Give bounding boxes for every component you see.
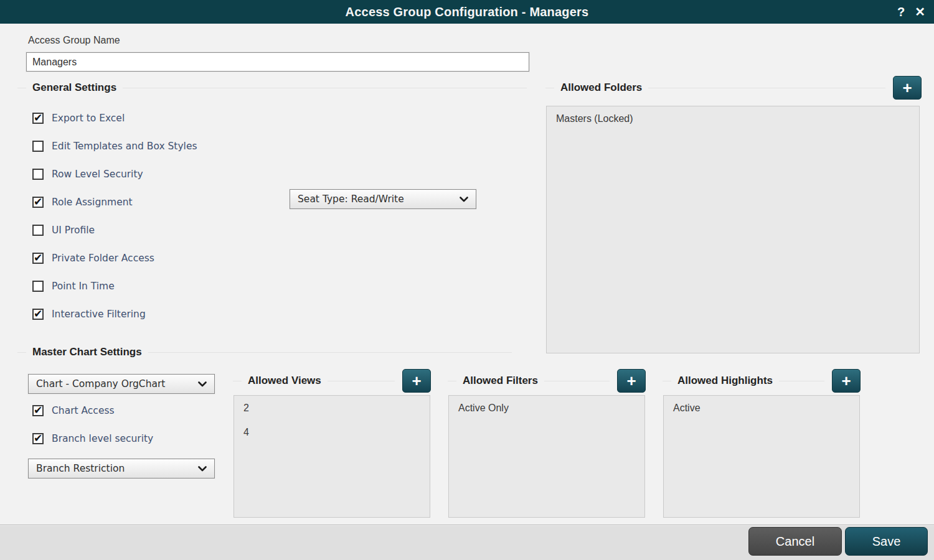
allowed-highlights-header: Allowed Highlights + bbox=[663, 369, 861, 393]
checkbox-chart-access[interactable]: ✔ Chart Access bbox=[32, 405, 115, 416]
checkbox-box[interactable]: ✔ bbox=[32, 309, 44, 320]
checkbox-box[interactable]: ✔ bbox=[32, 405, 44, 416]
save-button[interactable]: Save bbox=[845, 527, 928, 556]
checkbox-label: Row Level Security bbox=[52, 169, 143, 180]
checkbox-label: Interactive Filtering bbox=[52, 309, 146, 320]
header-line bbox=[17, 88, 26, 88]
checkbox-box[interactable]: ✔ bbox=[32, 169, 44, 180]
chevron-down-icon bbox=[198, 381, 207, 387]
add-filter-button[interactable]: + bbox=[617, 369, 646, 393]
branch-restriction-select[interactable]: Branch Restriction bbox=[28, 459, 215, 478]
check-icon: ✔ bbox=[34, 251, 42, 264]
select-value: Chart - Company OrgChart bbox=[36, 378, 193, 390]
dialog-title: Access Group Configuration - Managers bbox=[346, 5, 589, 19]
allowed-filters-list[interactable]: Active Only bbox=[448, 395, 645, 518]
header-line bbox=[17, 352, 26, 353]
check-icon: ✔ bbox=[34, 404, 42, 416]
header-line bbox=[233, 381, 242, 381]
checkbox-label: Point In Time bbox=[52, 281, 115, 292]
dialog-footer: Cancel Save bbox=[0, 525, 934, 560]
select-value: Branch Restriction bbox=[36, 463, 193, 474]
check-icon: ✔ bbox=[34, 432, 42, 444]
cancel-button[interactable]: Cancel bbox=[748, 527, 842, 556]
checkbox-interactive-filtering[interactable]: ✔ Interactive Filtering bbox=[32, 309, 146, 320]
master-chart-select[interactable]: Chart - Company OrgChart bbox=[28, 374, 215, 394]
add-highlight-button[interactable]: + bbox=[832, 369, 861, 393]
allowed-views-list[interactable]: 2 4 bbox=[234, 395, 430, 518]
checkbox-box[interactable]: ✔ bbox=[32, 433, 44, 444]
checkbox-export-to-excel[interactable]: ✔ Export to Excel bbox=[32, 113, 125, 124]
help-icon[interactable]: ? bbox=[897, 6, 905, 18]
general-settings-header: General Settings bbox=[17, 81, 527, 95]
checkbox-label: Chart Access bbox=[52, 405, 115, 416]
highlight-list-item[interactable]: Active bbox=[664, 396, 859, 420]
view-list-item[interactable]: 2 bbox=[234, 396, 430, 420]
checkbox-label: Private Folder Access bbox=[52, 253, 154, 264]
header-line bbox=[779, 381, 824, 381]
checkbox-private-folder-access[interactable]: ✔ Private Folder Access bbox=[32, 253, 154, 264]
close-icon[interactable]: ✕ bbox=[915, 6, 925, 18]
allowed-filters-header: Allowed Filters + bbox=[448, 369, 646, 393]
checkbox-ui-profile[interactable]: ✔ UI Profile bbox=[32, 225, 95, 236]
checkbox-point-in-time[interactable]: ✔ Point In Time bbox=[32, 281, 115, 292]
checkbox-label: Branch level security bbox=[52, 433, 153, 444]
select-value: Seat Type: Read/Write bbox=[298, 194, 455, 205]
check-icon: ✔ bbox=[34, 307, 42, 320]
header-line bbox=[148, 352, 512, 353]
header-line bbox=[545, 88, 554, 88]
checkbox-label: Export to Excel bbox=[52, 113, 125, 124]
dialog-titlebar: Access Group Configuration - Managers ? … bbox=[0, 0, 934, 24]
chevron-down-icon bbox=[460, 197, 468, 202]
checkbox-row-level-security[interactable]: ✔ Row Level Security bbox=[32, 169, 143, 180]
view-list-item[interactable]: 4 bbox=[234, 420, 430, 444]
checkbox-role-assignment[interactable]: ✔ Role Assignment bbox=[32, 197, 133, 208]
section-title: Allowed Views bbox=[248, 375, 321, 387]
filter-list-item[interactable]: Active Only bbox=[449, 396, 644, 420]
seat-type-select[interactable]: Seat Type: Read/Write bbox=[290, 189, 476, 209]
checkbox-edit-templates[interactable]: ✔ Edit Templates and Box Styles bbox=[32, 141, 197, 152]
checkbox-box[interactable]: ✔ bbox=[32, 281, 44, 292]
titlebar-actions: ? ✕ bbox=[897, 0, 925, 24]
checkbox-branch-level-security[interactable]: ✔ Branch level security bbox=[32, 433, 153, 444]
allowed-highlights-list[interactable]: Active bbox=[663, 395, 860, 518]
add-view-button[interactable]: + bbox=[402, 369, 431, 393]
chevron-down-icon bbox=[198, 466, 207, 472]
section-title: Master Chart Settings bbox=[32, 346, 142, 358]
checkbox-box[interactable]: ✔ bbox=[32, 253, 44, 264]
section-title: Allowed Folders bbox=[560, 82, 642, 94]
checkbox-label: Role Assignment bbox=[52, 197, 133, 208]
access-group-name-label: Access Group Name bbox=[28, 35, 120, 46]
checkbox-label: Edit Templates and Box Styles bbox=[52, 141, 197, 152]
add-folder-button[interactable]: + bbox=[893, 76, 922, 100]
header-line bbox=[663, 381, 671, 381]
allowed-folders-header: Allowed Folders + bbox=[545, 76, 922, 100]
checkbox-box[interactable]: ✔ bbox=[32, 225, 44, 236]
check-icon: ✔ bbox=[34, 195, 42, 208]
access-group-name-input[interactable] bbox=[26, 52, 529, 72]
header-line bbox=[123, 88, 527, 88]
folder-list-item[interactable]: Masters (Locked) bbox=[547, 106, 919, 131]
section-title: Allowed Filters bbox=[463, 375, 538, 387]
checkbox-box[interactable]: ✔ bbox=[32, 113, 44, 124]
header-line bbox=[448, 381, 456, 381]
header-line bbox=[544, 381, 610, 381]
section-title: Allowed Highlights bbox=[677, 375, 773, 387]
header-line bbox=[648, 88, 885, 88]
section-title: General Settings bbox=[32, 82, 116, 94]
header-line bbox=[328, 381, 395, 381]
checkbox-label: UI Profile bbox=[52, 225, 95, 236]
checkbox-box[interactable]: ✔ bbox=[32, 141, 44, 152]
check-icon: ✔ bbox=[34, 111, 42, 124]
checkbox-box[interactable]: ✔ bbox=[32, 197, 44, 208]
allowed-views-header: Allowed Views + bbox=[233, 369, 431, 393]
master-chart-settings-header: Master Chart Settings bbox=[17, 345, 512, 359]
allowed-folders-list[interactable]: Masters (Locked) bbox=[546, 106, 920, 353]
